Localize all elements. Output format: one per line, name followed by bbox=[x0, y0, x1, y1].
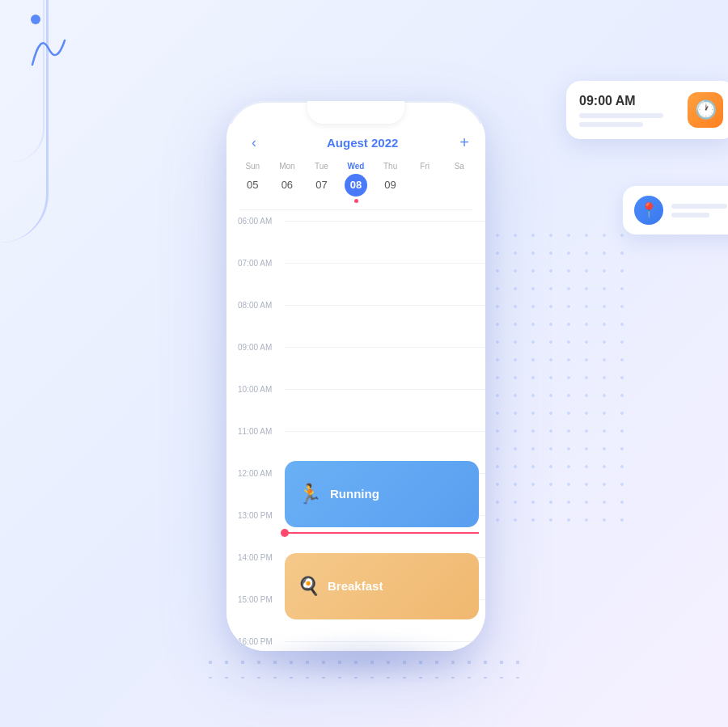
slot-0600: 06:00 AM bbox=[226, 210, 485, 252]
deco-dot-topleft bbox=[31, 15, 40, 24]
location-card: 📍 bbox=[623, 186, 728, 235]
time-0700: 07:00 AM bbox=[226, 252, 285, 268]
slot-line-0900 bbox=[285, 347, 485, 348]
day-sa-num bbox=[448, 174, 471, 197]
calendar-header: ‹ Augest 2022 + bbox=[226, 124, 485, 159]
slot-line-1100 bbox=[285, 431, 485, 432]
location-line2 bbox=[671, 213, 709, 218]
day-fri[interactable]: Fri bbox=[408, 162, 442, 203]
day-sun[interactable]: Sun 05 bbox=[236, 162, 269, 203]
time-1000: 10:00 AM bbox=[226, 378, 285, 394]
day-tue[interactable]: Tue 07 bbox=[305, 162, 338, 203]
day-thu[interactable]: Thu 09 bbox=[374, 162, 407, 203]
month-title: Augest 2022 bbox=[327, 136, 398, 150]
slot-0800: 08:00 AM bbox=[226, 294, 485, 336]
day-thu-name: Thu bbox=[374, 162, 407, 171]
day-mon-num: 06 bbox=[276, 174, 298, 197]
phone: ‹ Augest 2022 + Sun 05 Mon 06 Tue 07 bbox=[226, 101, 485, 651]
time-card-content: 09:00 AM bbox=[579, 94, 678, 127]
location-card-lines bbox=[671, 204, 728, 218]
slot-1000: 10:00 AM bbox=[226, 378, 485, 421]
clock-icon: 🕐 bbox=[688, 92, 723, 128]
day-mon-name: Mon bbox=[271, 162, 304, 171]
time-card-value: 09:00 AM bbox=[579, 94, 678, 108]
location-line1 bbox=[671, 204, 727, 209]
time-0800: 08:00 AM bbox=[226, 294, 285, 310]
event-running[interactable]: 🏃 Running bbox=[285, 461, 479, 527]
time-slots-container[interactable]: 06:00 AM 07:00 AM 08:00 AM 09:00 AM 10:0… bbox=[226, 210, 485, 649]
breakfast-icon: 🍳 bbox=[298, 576, 320, 597]
phone-shadow bbox=[243, 635, 485, 683]
day-wed[interactable]: Wed 08 bbox=[340, 162, 373, 203]
phone-screen: ‹ Augest 2022 + Sun 05 Mon 06 Tue 07 bbox=[226, 124, 485, 651]
day-wed-dot bbox=[354, 199, 358, 203]
day-sa-name: Sa bbox=[442, 162, 476, 171]
time-1300: 13:00 PM bbox=[226, 505, 285, 520]
current-time-dot bbox=[281, 529, 289, 537]
breakfast-label: Breakfast bbox=[328, 579, 383, 593]
time-card: 09:00 AM 🕐 bbox=[566, 81, 728, 139]
add-event-button[interactable]: + bbox=[459, 133, 469, 152]
day-fri-name: Fri bbox=[408, 162, 442, 171]
event-breakfast[interactable]: 🍳 Breakfast bbox=[285, 553, 479, 619]
day-mon[interactable]: Mon 06 bbox=[271, 162, 304, 203]
time-1100: 11:00 AM bbox=[226, 421, 285, 436]
day-sun-name: Sun bbox=[236, 162, 269, 171]
slot-line-1000 bbox=[285, 389, 485, 390]
slot-0700: 07:00 AM bbox=[226, 252, 485, 294]
day-wed-num: 08 bbox=[345, 174, 367, 197]
running-label: Running bbox=[330, 487, 379, 501]
current-time-line bbox=[285, 532, 479, 534]
time-card-lines bbox=[579, 113, 678, 127]
time-1400: 14:00 PM bbox=[226, 547, 285, 562]
time-1500: 15:00 PM bbox=[226, 589, 285, 604]
location-icon: 📍 bbox=[634, 196, 663, 225]
phone-wrapper: ‹ Augest 2022 + Sun 05 Mon 06 Tue 07 bbox=[226, 101, 502, 651]
day-tue-name: Tue bbox=[305, 162, 338, 171]
day-fri-num bbox=[413, 174, 436, 197]
slot-line-0700 bbox=[285, 263, 485, 264]
prev-month-button[interactable]: ‹ bbox=[243, 134, 265, 151]
running-icon: 🏃 bbox=[298, 483, 322, 505]
slot-line-0600 bbox=[285, 221, 485, 222]
day-thu-num: 09 bbox=[379, 174, 402, 197]
day-sun-num: 05 bbox=[241, 174, 264, 197]
slot-line-0800 bbox=[285, 305, 485, 306]
slot-0900: 09:00 AM bbox=[226, 336, 485, 378]
time-0600: 06:00 AM bbox=[226, 210, 285, 226]
time-card-line1 bbox=[579, 113, 663, 118]
time-0900: 09:00 AM bbox=[226, 336, 285, 352]
day-wed-name: Wed bbox=[340, 162, 373, 171]
day-sa[interactable]: Sa bbox=[442, 162, 476, 203]
deco-squiggle bbox=[24, 24, 73, 73]
day-tue-num: 07 bbox=[310, 174, 332, 197]
time-card-line2 bbox=[579, 122, 643, 127]
phone-notch bbox=[307, 101, 404, 124]
time-1200: 12:00 AM bbox=[226, 463, 285, 478]
day-strip: Sun 05 Mon 06 Tue 07 Wed 08 Thu bbox=[226, 159, 485, 209]
slot-1100: 11:00 AM bbox=[226, 421, 485, 463]
